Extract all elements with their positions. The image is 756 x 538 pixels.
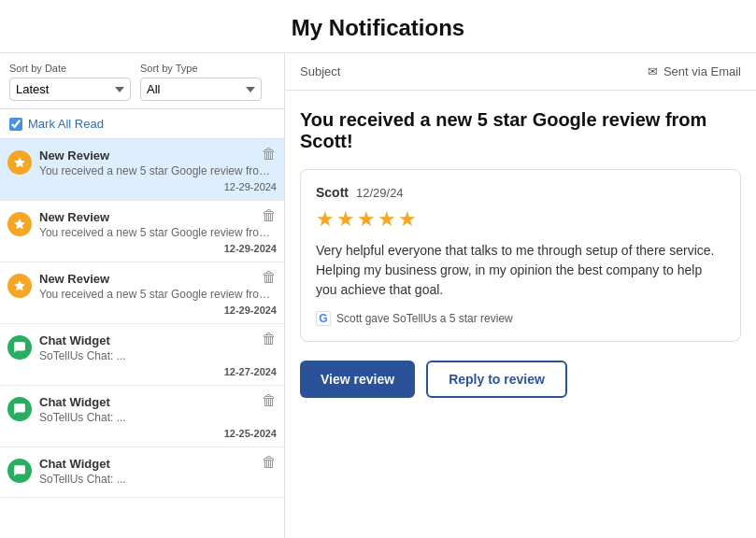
chat-icon [7, 335, 32, 360]
sidebar: Sort by Date Latest Oldest Sort by Type … [0, 53, 285, 538]
mark-all-read-label[interactable]: Mark All Read [28, 117, 104, 131]
review-author-name: Scott [316, 185, 349, 200]
sent-via-email: ✉ Sent via Email [648, 64, 741, 78]
notifications-list: New Review You received a new 5 star Goo… [0, 139, 284, 538]
list-item[interactable]: Chat Widget SoTellUs Chat: ... 12-27-202… [0, 324, 284, 386]
notif-content: Chat Widget SoTellUs Chat: ... [39, 457, 277, 489]
delete-notification-button[interactable]: 🗑 [262, 393, 277, 408]
notif-preview: You received a new 5 star Google review … [39, 288, 277, 301]
sort-by-type-group: Sort by Type All Review Chat [140, 63, 262, 101]
notif-preview: SoTellUs Chat: ... [39, 349, 277, 362]
sort-type-label: Sort by Type [140, 63, 262, 74]
chat-icon [7, 459, 32, 483]
notif-title: New Review [39, 272, 277, 286]
notif-title: Chat Widget [39, 457, 277, 471]
action-buttons: View review Reply to review [300, 361, 741, 398]
view-review-button[interactable]: View review [300, 361, 415, 398]
detail-subject-label: Subject [300, 64, 340, 78]
notif-content: New Review You received a new 5 star Goo… [39, 210, 277, 254]
chat-icon [7, 397, 32, 421]
notif-title: Chat Widget [39, 395, 277, 409]
list-item[interactable]: Chat Widget SoTellUs Chat: ... 🗑 [0, 447, 284, 498]
delete-notification-button[interactable]: 🗑 [262, 208, 277, 223]
list-item[interactable]: New Review You received a new 5 star Goo… [0, 262, 284, 324]
review-icon [7, 212, 32, 236]
sort-type-select[interactable]: All Review Chat [140, 78, 262, 101]
delete-notification-button[interactable]: 🗑 [262, 455, 277, 470]
list-item[interactable]: Chat Widget SoTellUs Chat: ... 12-25-202… [0, 386, 284, 447]
sent-via-label: Sent via Email [663, 64, 741, 78]
delete-notification-button[interactable]: 🗑 [262, 270, 277, 285]
detail-panel: Subject ✉ Sent via Email You received a … [285, 53, 756, 538]
review-source: G Scott gave SoTellUs a 5 star review [316, 311, 725, 326]
notif-date: 12-29-2024 [39, 181, 277, 192]
review-source-text: Scott gave SoTellUs a 5 star review [336, 312, 513, 325]
reply-to-review-button[interactable]: Reply to review [426, 361, 567, 398]
review-card: Scott 12/29/24 ★★★★★ Very helpful everyo… [300, 169, 741, 342]
notif-content: Chat Widget SoTellUs Chat: ... 12-25-202… [39, 395, 277, 439]
notif-title: New Review [39, 210, 277, 224]
review-icon [7, 150, 32, 175]
page-header: My Notifications [0, 0, 756, 53]
delete-notification-button[interactable]: 🗑 [262, 147, 277, 162]
list-item[interactable]: New Review You received a new 5 star Goo… [0, 201, 284, 262]
notif-content: Chat Widget SoTellUs Chat: ... 12-27-202… [39, 333, 277, 377]
main-layout: Sort by Date Latest Oldest Sort by Type … [0, 53, 756, 538]
notif-content: New Review You received a new 5 star Goo… [39, 272, 277, 316]
sort-controls: Sort by Date Latest Oldest Sort by Type … [0, 53, 284, 109]
delete-notification-button[interactable]: 🗑 [262, 332, 277, 347]
google-icon: G [316, 311, 331, 326]
notif-preview: SoTellUs Chat: ... [39, 411, 277, 424]
list-item[interactable]: New Review You received a new 5 star Goo… [0, 139, 284, 201]
detail-body: You received a new 5 star Google review … [285, 91, 756, 538]
review-icon [7, 274, 32, 298]
detail-header: Subject ✉ Sent via Email [285, 53, 756, 91]
page-title: My Notifications [0, 15, 756, 41]
notif-title: New Review [39, 149, 277, 163]
notif-content: New Review You received a new 5 star Goo… [39, 149, 277, 192]
notif-date: 12-27-2024 [39, 366, 277, 377]
sort-date-select[interactable]: Latest Oldest [9, 78, 131, 101]
email-icon: ✉ [648, 64, 658, 78]
review-author-line: Scott 12/29/24 [316, 185, 725, 200]
notif-preview: You received a new 5 star Google review … [39, 164, 277, 177]
review-stars: ★★★★★ [316, 207, 725, 232]
notif-date: 12-25-2024 [39, 428, 277, 439]
mark-all-read-row: Mark All Read [0, 109, 284, 139]
notif-preview: SoTellUs Chat: ... [39, 473, 277, 486]
notif-title: Chat Widget [39, 333, 277, 347]
review-text: Very helpful everyone that talks to me t… [316, 241, 725, 300]
detail-main-title: You received a new 5 star Google review … [300, 109, 741, 152]
notif-date: 12-29-2024 [39, 243, 277, 254]
review-author-date: 12/29/24 [356, 186, 404, 200]
notif-date: 12-29-2024 [39, 304, 277, 316]
mark-all-read-checkbox[interactable] [9, 118, 22, 131]
sort-by-date-group: Sort by Date Latest Oldest [9, 63, 131, 101]
page-wrapper: My Notifications Sort by Date Latest Old… [0, 0, 756, 538]
sort-date-label: Sort by Date [9, 63, 131, 74]
notif-preview: You received a new 5 star Google review … [39, 226, 277, 239]
